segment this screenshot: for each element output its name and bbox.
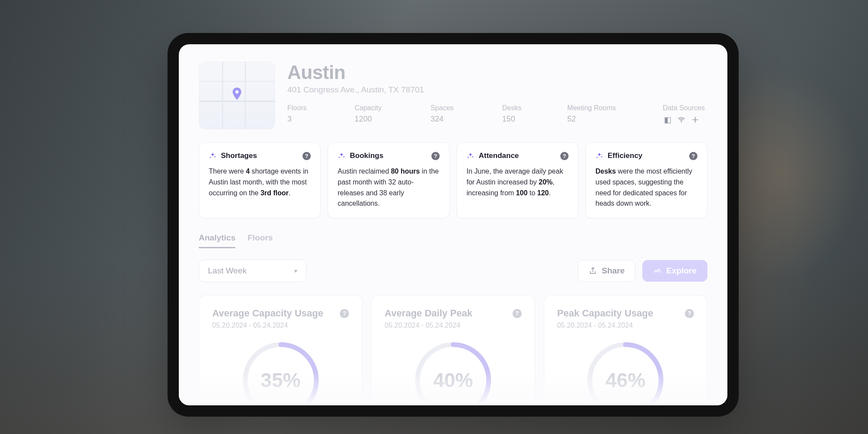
sparkle-icon <box>338 152 345 160</box>
map-thumbnail[interactable] <box>199 62 275 129</box>
wifi-icon[interactable] <box>677 115 686 124</box>
gauge-title: Peak Capacity Usage <box>557 308 653 319</box>
data-sources: Data Sources ◧ <box>663 104 705 124</box>
toolbar: Last Week ▾ Share Explore <box>199 260 707 282</box>
data-sources-icons: ◧ <box>663 115 705 124</box>
tabs: Analytics Floors <box>199 233 707 248</box>
help-icon[interactable]: ? <box>302 152 311 160</box>
stat-value: 52 <box>567 115 663 124</box>
stat-floors: Floors 3 <box>287 104 355 124</box>
card-shortages[interactable]: Shortages ? There were 4 shortage events… <box>199 142 321 218</box>
gauge-title: Average Daily Peak <box>385 308 472 319</box>
sparkle-icon <box>595 152 603 160</box>
gauge-avg-daily-peak[interactable]: Average Daily Peak ? 05.20.2024 - 05.24.… <box>371 295 535 404</box>
stat-label: Floors <box>287 104 355 112</box>
help-icon[interactable]: ? <box>685 309 694 318</box>
gauge-peak-capacity[interactable]: Peak Capacity Usage ? 05.20.2024 - 05.24… <box>544 295 707 404</box>
explore-label: Explore <box>666 266 697 276</box>
card-body: There were 4 shortage events in Austin l… <box>209 166 311 198</box>
gauge-ring: 35% <box>212 339 349 404</box>
stat-label: Capacity <box>355 104 431 112</box>
chevron-down-icon: ▾ <box>294 267 297 274</box>
card-bookings[interactable]: Bookings ? Austin reclaimed 80 hours in … <box>328 142 450 218</box>
stat-value: 150 <box>502 115 567 124</box>
help-icon[interactable]: ? <box>560 152 569 160</box>
gauge-pct: 35% <box>240 339 322 404</box>
card-efficiency[interactable]: Efficiency ? Desks were the most efficie… <box>585 142 707 218</box>
gauge-cards: Average Capacity Usage ? 05.20.2024 - 05… <box>199 295 707 404</box>
date-range-label: Last Week <box>208 266 247 276</box>
explore-icon <box>653 266 662 275</box>
stat-spaces: Spaces 324 <box>431 104 502 124</box>
location-header: Austin 401 Congress Ave., Austin, TX 787… <box>199 62 707 129</box>
map-pin-icon <box>230 86 244 101</box>
tab-analytics[interactable]: Analytics <box>199 233 235 248</box>
explore-button[interactable]: Explore <box>642 260 707 282</box>
location-address: 401 Congress Ave., Austin, TX 78701 <box>287 85 707 95</box>
stat-label: Desks <box>502 104 567 112</box>
card-title: Attendance <box>479 151 519 160</box>
sensor-icon[interactable]: ◧ <box>663 115 672 124</box>
integration-icon[interactable] <box>690 115 700 124</box>
share-icon <box>589 266 597 275</box>
insight-cards: Shortages ? There were 4 shortage events… <box>199 142 707 218</box>
svg-point-0 <box>235 90 238 93</box>
stat-capacity: Capacity 1200 <box>355 104 431 124</box>
header-main: Austin 401 Congress Ave., Austin, TX 787… <box>287 62 707 129</box>
stat-value: 3 <box>287 115 355 124</box>
location-title: Austin <box>287 62 707 83</box>
gauge-pct: 40% <box>412 339 494 404</box>
tablet-frame: Austin 401 Congress Ave., Austin, TX 787… <box>168 33 739 417</box>
card-body: Austin reclaimed 80 hours in the past mo… <box>338 166 440 209</box>
stat-label: Meeting Rooms <box>567 104 663 112</box>
gauge-range: 05.20.2024 - 05.24.2024 <box>385 322 521 329</box>
location-stats: Floors 3 Capacity 1200 Spaces 324 Desk <box>287 104 707 124</box>
help-icon[interactable]: ? <box>340 309 349 318</box>
gauge-range: 05.20.2024 - 05.24.2024 <box>212 322 349 329</box>
card-body: In June, the average daily peak for Aust… <box>467 166 569 198</box>
card-body: Desks were the most efficiently used spa… <box>595 166 697 209</box>
stat-desks: Desks 150 <box>502 104 567 124</box>
card-title: Bookings <box>350 151 383 160</box>
background-photo: Austin 401 Congress Ave., Austin, TX 787… <box>0 0 868 434</box>
date-range-select[interactable]: Last Week ▾ <box>199 260 306 282</box>
gauge-range: 05.20.2024 - 05.24.2024 <box>557 322 694 329</box>
tab-floors[interactable]: Floors <box>247 233 273 248</box>
share-button[interactable]: Share <box>578 260 635 282</box>
gauge-pct: 46% <box>584 339 667 404</box>
card-title: Efficiency <box>608 151 642 160</box>
sparkle-icon <box>467 152 474 160</box>
sparkle-icon <box>209 152 217 160</box>
stat-label: Spaces <box>431 104 502 112</box>
gauge-ring: 46% <box>557 339 694 404</box>
help-icon[interactable]: ? <box>689 152 697 160</box>
share-label: Share <box>602 266 625 276</box>
stat-value: 1200 <box>355 115 431 124</box>
card-attendance[interactable]: Attendance ? In June, the average daily … <box>457 142 579 218</box>
svg-point-1 <box>681 122 682 122</box>
card-title: Shortages <box>221 151 257 160</box>
gauge-title: Average Capacity Usage <box>212 308 323 319</box>
stat-value: 324 <box>431 115 502 124</box>
gauge-ring: 40% <box>385 339 521 404</box>
app-screen: Austin 401 Congress Ave., Austin, TX 787… <box>179 44 727 405</box>
gauge-avg-capacity[interactable]: Average Capacity Usage ? 05.20.2024 - 05… <box>199 295 362 404</box>
stat-meeting-rooms: Meeting Rooms 52 <box>567 104 663 124</box>
help-icon[interactable]: ? <box>513 309 522 318</box>
help-icon[interactable]: ? <box>431 152 440 160</box>
data-sources-label: Data Sources <box>663 104 705 112</box>
